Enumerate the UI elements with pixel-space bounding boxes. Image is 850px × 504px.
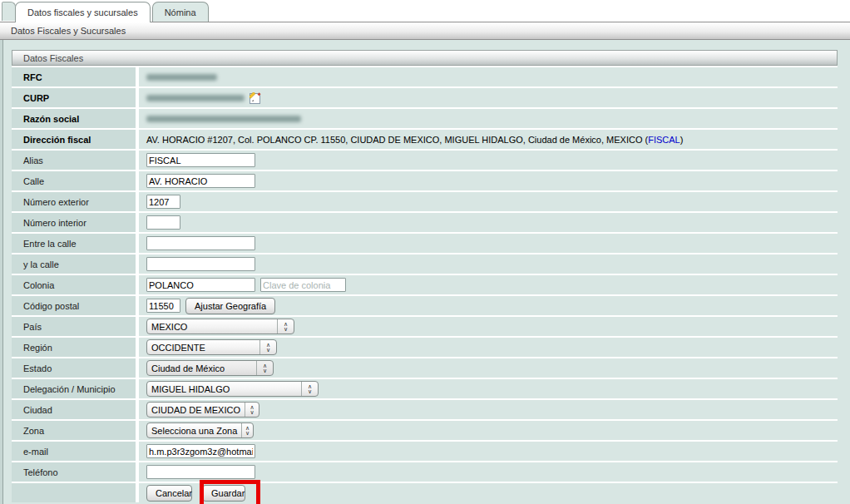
region-label: Región	[12, 338, 136, 357]
pais-select[interactable]: MEXICO ∧∨	[146, 319, 294, 334]
row-curp: CURP	[12, 88, 838, 107]
numero-interior-input[interactable]	[146, 215, 180, 230]
row-pais: País MEXICO ∧∨	[12, 317, 838, 336]
codigo-postal-input[interactable]	[146, 299, 180, 313]
actions-empty-label	[12, 483, 136, 502]
breadcrumb-title: Datos Fiscales y Sucursales	[11, 26, 126, 36]
row-zona: Zona Selecciona una Zona ∧∨	[12, 421, 838, 440]
telefono-input[interactable]	[146, 465, 255, 479]
fiscal-link[interactable]: FISCAL	[648, 135, 680, 145]
corner-stub	[2, 2, 16, 21]
breadcrumb-bar: Datos Fiscales y Sucursales	[0, 22, 850, 40]
pencil-edit-icon[interactable]	[250, 92, 261, 104]
save-button[interactable]: Guardar	[202, 485, 245, 502]
colonia-input[interactable]	[146, 278, 255, 292]
chevron-up-down-icon: ∧∨	[259, 340, 276, 354]
email-label: e-mail	[12, 442, 136, 461]
ajustar-geografia-button[interactable]: Ajustar Geografía	[185, 298, 275, 314]
panel-header: Datos Fiscales	[12, 50, 838, 66]
row-numero-interior: Número interior	[12, 213, 838, 232]
row-actions: Cancelar Guardar	[12, 483, 838, 502]
chevron-up-down-icon: ∧∨	[245, 403, 259, 417]
row-colonia: Colonia	[12, 275, 838, 294]
calle-input[interactable]	[146, 174, 255, 188]
ciudad-select-value: CIUDAD DE MEXICO	[147, 403, 245, 417]
row-codigo-postal: Código postal Ajustar Geografía	[12, 296, 838, 315]
ciudad-label: Ciudad	[12, 400, 136, 419]
telefono-label: Teléfono	[12, 462, 136, 482]
row-rfc: RFC	[12, 67, 838, 86]
y-la-calle-label: y la calle	[12, 254, 136, 274]
colonia-label: Colonia	[12, 275, 136, 294]
delegacion-municipio-label: Delegación / Municipio	[12, 379, 136, 398]
chevron-up-down-icon: ∧∨	[256, 361, 273, 375]
estado-select-value: Ciudad de México	[147, 361, 256, 375]
row-delegacion-municipio: Delegación / Municipio MIGUEL HIDALGO ∧∨	[12, 379, 838, 398]
email-input[interactable]	[146, 444, 255, 458]
direccion-fiscal-label: Dirección fiscal	[12, 130, 136, 149]
pais-label: País	[12, 317, 136, 336]
row-entre-la-calle: Entre la calle	[12, 234, 838, 253]
alias-input[interactable]	[146, 153, 255, 167]
chevron-up-down-icon: ∧∨	[301, 382, 318, 396]
direccion-fiscal-address: AV. HORACIO #1207, Col. POLANCO CP. 1155…	[146, 135, 648, 145]
tab-nomina[interactable]: Nómina	[152, 2, 209, 22]
curp-label: CURP	[12, 88, 136, 107]
curp-value-cell	[139, 88, 838, 107]
row-ciudad: Ciudad CIUDAD DE MEXICO ∧∨	[12, 400, 838, 419]
zona-label: Zona	[12, 421, 136, 440]
zona-select-value: Selecciona una Zona	[147, 423, 241, 437]
region-select[interactable]: OCCIDENTE ∧∨	[146, 339, 277, 355]
calle-label: Calle	[12, 171, 136, 190]
tab-datos-fiscales-y-sucursales[interactable]: Datos fiscales y sucursales	[15, 2, 151, 22]
row-razon-social: Razón social	[12, 109, 838, 128]
estado-label: Estado	[12, 358, 136, 378]
alias-label: Alias	[12, 151, 136, 170]
zona-select[interactable]: Selecciona una Zona ∧∨	[146, 422, 254, 438]
entre-la-calle-label: Entre la calle	[12, 234, 136, 253]
row-direccion-fiscal: Dirección fiscal AV. HORACIO #1207, Col.…	[12, 130, 838, 149]
y-la-calle-input[interactable]	[146, 257, 255, 271]
row-telefono: Teléfono	[12, 462, 838, 482]
clave-de-colonia-input[interactable]	[260, 278, 346, 292]
delegacion-municipio-select[interactable]: MIGUEL HIDALGO ∧∨	[146, 381, 319, 397]
razon-social-value-cell	[139, 109, 838, 128]
content-area: Datos Fiscales RFC CURP	[0, 40, 850, 504]
row-estado: Estado Ciudad de México ∧∨	[12, 358, 838, 378]
direccion-fiscal-text: AV. HORACIO #1207, Col. POLANCO CP. 1155…	[146, 135, 683, 145]
razon-social-label: Razón social	[12, 109, 136, 128]
curp-redacted-value	[146, 95, 245, 101]
direccion-fiscal-value-cell: AV. HORACIO #1207, Col. POLANCO CP. 1155…	[139, 130, 838, 149]
ciudad-select[interactable]: CIUDAD DE MEXICO ∧∨	[146, 402, 259, 418]
row-email: e-mail	[12, 442, 838, 461]
row-y-la-calle: y la calle	[12, 254, 838, 274]
numero-interior-label: Número interior	[12, 213, 136, 232]
codigo-postal-label: Código postal	[12, 296, 136, 315]
pais-select-value: MEXICO	[147, 319, 277, 334]
rfc-label: RFC	[12, 67, 136, 86]
region-select-value: OCCIDENTE	[147, 340, 259, 354]
estado-select[interactable]: Ciudad de México ∧∨	[146, 360, 274, 376]
rfc-value-cell	[139, 67, 838, 86]
datos-fiscales-panel: Datos Fiscales RFC CURP	[12, 50, 838, 502]
row-numero-exterior: Número exterior	[12, 192, 838, 211]
chevron-up-down-icon: ∧∨	[241, 423, 253, 437]
delegacion-select-value: MIGUEL HIDALGO	[147, 382, 301, 396]
cancel-button[interactable]: Cancelar	[146, 485, 192, 502]
numero-exterior-input[interactable]	[146, 195, 180, 209]
chevron-up-down-icon: ∧∨	[277, 319, 294, 334]
razon-social-redacted-value	[146, 116, 301, 122]
panel-title: Datos Fiscales	[23, 53, 83, 63]
row-calle: Calle	[12, 171, 838, 190]
direccion-fiscal-close-paren: )	[680, 135, 684, 145]
row-alias: Alias	[12, 151, 838, 170]
numero-exterior-label: Número exterior	[12, 192, 136, 211]
rfc-redacted-value	[146, 74, 217, 81]
left-frame-strip	[0, 40, 3, 504]
entre-la-calle-input[interactable]	[146, 236, 255, 250]
tab-strip: Datos fiscales y sucursales Nómina	[0, 0, 850, 22]
row-region: Región OCCIDENTE ∧∨	[12, 338, 838, 357]
